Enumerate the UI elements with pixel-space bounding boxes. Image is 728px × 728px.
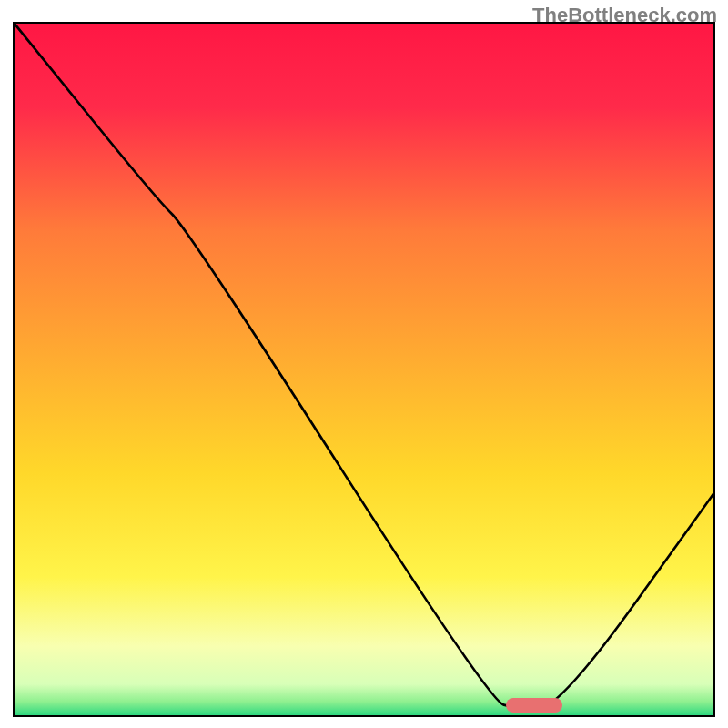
bottleneck-curve: [15, 24, 713, 708]
curve-overlay: [15, 24, 713, 715]
watermark-text: TheBottleneck.com: [532, 4, 717, 27]
optimal-range-marker: [506, 698, 562, 713]
chart-plot-area: [13, 22, 715, 717]
